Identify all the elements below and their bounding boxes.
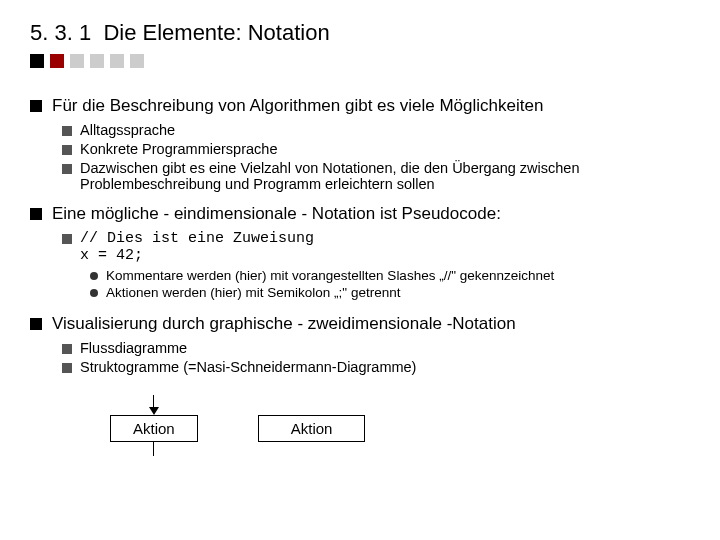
list-item: Kommentare werden (hier) mit vorangestel… (90, 268, 690, 283)
square-bullet-icon (30, 318, 42, 330)
section-title: Die Elemente: Notation (103, 20, 329, 45)
list-item: Flussdiagramme (62, 340, 690, 356)
bullet-list: Für die Beschreibung von Algorithmen gib… (30, 96, 690, 381)
square-bullet-icon (62, 363, 72, 373)
square-bullet-icon (30, 100, 42, 112)
code-line: x = 42; (80, 247, 690, 264)
bullet-text: Eine mögliche - eindimensionale - Notati… (52, 204, 690, 224)
list-item: Aktionen werden (hier) mit Semikolon „;"… (90, 285, 690, 300)
flowchart-box: Aktion (110, 415, 198, 442)
list-item: Dazwischen gibt es eine Vielzahl von Not… (62, 160, 690, 192)
decor-square (50, 54, 64, 68)
diagram-row: Aktion Aktion (110, 395, 690, 456)
bullet-text: Dazwischen gibt es eine Vielzahl von Not… (80, 160, 690, 192)
circle-bullet-icon (90, 289, 98, 297)
square-bullet-icon (30, 208, 42, 220)
decor-square (30, 54, 44, 68)
square-bullet-icon (62, 234, 72, 244)
square-bullet-icon (62, 126, 72, 136)
circle-bullet-icon (90, 272, 98, 280)
flowchart-diagram: Aktion (110, 395, 198, 456)
list-item: Visualisierung durch graphische - zweidi… (30, 314, 690, 381)
list-item: Struktogramme (=Nasi-Schneidermann-Diagr… (62, 359, 690, 375)
square-bullet-icon (62, 344, 72, 354)
list-item: Für die Beschreibung von Algorithmen gib… (30, 96, 690, 198)
list-item: Konkrete Programmiersprache (62, 141, 690, 157)
code-line: // Dies ist eine Zuweisung (80, 230, 690, 247)
bullet-text: Konkrete Programmiersprache (80, 141, 690, 157)
structogram-diagram: Aktion (258, 395, 366, 456)
flow-line (153, 442, 154, 456)
square-bullet-icon (62, 145, 72, 155)
list-item: Eine mögliche - eindimensionale - Notati… (30, 204, 690, 308)
decor-square (70, 54, 84, 68)
bullet-text: Struktogramme (=Nasi-Schneidermann-Diagr… (80, 359, 690, 375)
square-bullet-icon (62, 164, 72, 174)
section-number: 5. 3. 1 (30, 20, 91, 45)
list-item: // Dies ist eine Zuweisung x = 42; Komme… (62, 230, 690, 302)
bullet-text: Alltagssprache (80, 122, 690, 138)
flow-line (153, 395, 154, 407)
slide-title: 5. 3. 1 Die Elemente: Notation (30, 20, 690, 46)
decor-square (130, 54, 144, 68)
bullet-text: Kommentare werden (hier) mit vorangestel… (106, 268, 690, 283)
decor-squares (30, 54, 690, 68)
decor-square (90, 54, 104, 68)
bullet-text: Visualisierung durch graphische - zweidi… (52, 314, 690, 334)
decor-square (110, 54, 124, 68)
arrow-down-icon (149, 407, 159, 415)
list-item: Alltagssprache (62, 122, 690, 138)
bullet-text: Für die Beschreibung von Algorithmen gib… (52, 96, 690, 116)
bullet-text: Flussdiagramme (80, 340, 690, 356)
structogram-box: Aktion (258, 415, 366, 442)
bullet-text: Aktionen werden (hier) mit Semikolon „;"… (106, 285, 690, 300)
